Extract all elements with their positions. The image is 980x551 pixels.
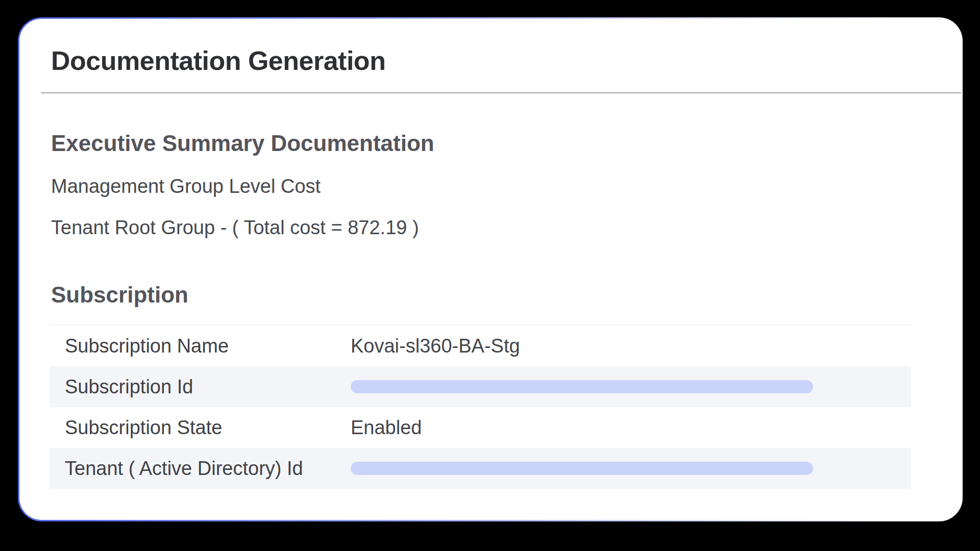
subscription-state-value: Enabled: [351, 417, 911, 439]
tenant-active-directory-id-label: Tenant ( Active Directory) Id: [50, 458, 351, 480]
page-title: Documentation Generation: [51, 45, 929, 76]
subscription-name-label: Subscription Name: [50, 335, 351, 357]
redacted-value-bar: [351, 462, 813, 475]
table-row-subscription-state: Subscription State Enabled: [50, 407, 911, 448]
subscription-details-table: Subscription Name Kovai-sl360-BA-Stg Sub…: [50, 324, 911, 489]
title-divider: [41, 92, 961, 93]
subscription-state-label: Subscription State: [50, 417, 351, 439]
tenant-root-group-total-cost-line: Tenant Root Group - ( Total cost = 872.1…: [51, 215, 929, 240]
table-row-subscription-id: Subscription Id: [50, 366, 911, 407]
subscription-name-value: Kovai-sl360-BA-Stg: [351, 335, 911, 357]
card-border: Documentation Generation Executive Summa…: [18, 17, 963, 521]
documentation-card: Documentation Generation Executive Summa…: [19, 19, 961, 520]
redacted-value-bar: [351, 380, 813, 393]
section-heading-executive-summary: Executive Summary Documentation: [51, 129, 929, 158]
management-group-level-cost-line: Management Group Level Cost: [51, 174, 929, 198]
tenant-id-value: [351, 462, 911, 475]
table-row-subscription-name: Subscription Name Kovai-sl360-BA-Stg: [50, 325, 911, 366]
section-heading-subscription: Subscription: [51, 281, 929, 309]
subscription-id-label: Subscription Id: [50, 376, 351, 398]
subscription-id-value: [351, 380, 911, 393]
table-row-tenant-id: Tenant ( Active Directory) Id: [50, 448, 911, 489]
